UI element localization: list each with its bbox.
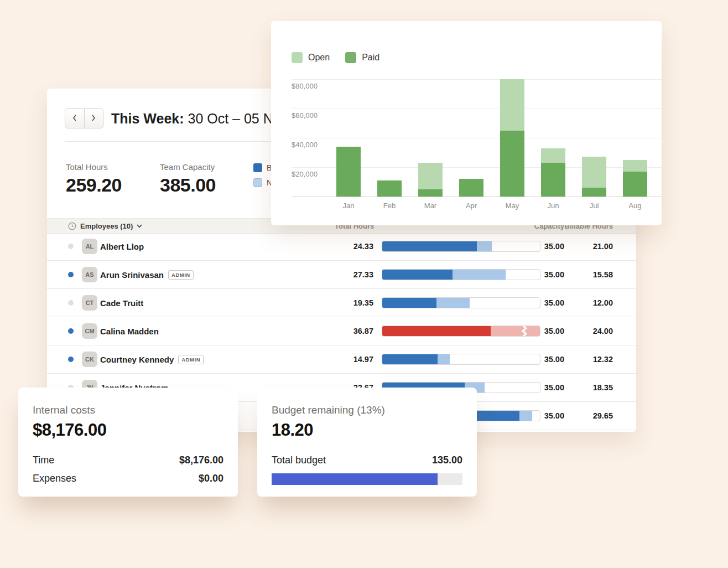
open-segment bbox=[541, 148, 565, 163]
status-dot[interactable] bbox=[68, 328, 74, 334]
avatar: CK bbox=[82, 352, 97, 367]
total-budget-label: Total budget bbox=[272, 455, 326, 466]
employee-name-text: Calina Madden bbox=[100, 327, 159, 336]
time-cost-row: Time $8,176.00 bbox=[33, 455, 223, 466]
status-dot[interactable] bbox=[68, 244, 74, 249]
total-hours-cell: 36.87 bbox=[335, 327, 373, 335]
total-hours-label: Total Hours bbox=[66, 162, 160, 172]
budget-progress-fill bbox=[272, 473, 438, 485]
y-axis-tick-label: $40,000 bbox=[292, 141, 318, 149]
x-axis-month-label: Jul bbox=[582, 202, 606, 210]
billable-hours-cell: 12.00 bbox=[564, 298, 613, 307]
stacked-bar bbox=[459, 179, 483, 197]
billable-dark-segment bbox=[382, 241, 477, 251]
admin-badge: ADMIN bbox=[168, 270, 194, 280]
team-capacity-label: Team Capacity bbox=[160, 162, 254, 172]
invoice-chart-plot: $20,000$40,000$60,000$80,000JanFebMarApr… bbox=[271, 21, 662, 225]
employee-name-text: Albert Llop bbox=[100, 242, 144, 251]
employee-name-text: Arun Srinivasan bbox=[100, 270, 164, 280]
billable-dark-segment bbox=[382, 354, 438, 364]
billable-dark-segment bbox=[382, 326, 491, 336]
table-row[interactable]: CTCade Truitt19.3535.0012.00 bbox=[47, 289, 636, 317]
chart-gridline bbox=[292, 138, 662, 138]
stacked-bar bbox=[623, 160, 647, 197]
table-row[interactable]: CMCalina Madden36.8735.0024.00 bbox=[47, 317, 636, 345]
y-axis-tick-label: $60,000 bbox=[292, 111, 318, 120]
internal-costs-card: Internal costs $8,176.00 Time $8,176.00 … bbox=[18, 388, 238, 497]
budget-remaining-value: 18.20 bbox=[272, 420, 462, 440]
open-segment bbox=[500, 79, 524, 131]
table-row[interactable]: ASArun SrinivasanADMIN27.3335.0015.58 bbox=[47, 261, 636, 289]
x-axis-month-label: Jan bbox=[336, 202, 361, 210]
paid-segment bbox=[459, 179, 483, 197]
hours-bar bbox=[382, 269, 540, 280]
paid-segment bbox=[623, 172, 647, 197]
open-segment bbox=[418, 163, 443, 189]
stacked-bar bbox=[336, 147, 361, 197]
table-row[interactable]: CKCourtney KennedyADMIN14.9735.0012.32 bbox=[47, 345, 636, 374]
total-budget-row: Total budget 135.00 bbox=[272, 455, 462, 466]
summary-stats: Total Hours 259.20 Team Capacity 385.00 bbox=[66, 162, 254, 196]
employee-name-text: Cade Truitt bbox=[100, 298, 143, 308]
employee-name: Cade Truitt bbox=[100, 298, 335, 308]
prev-week-button[interactable] bbox=[65, 109, 85, 128]
employees-group-label: Employees (10) bbox=[80, 222, 133, 230]
x-axis-month-label: May bbox=[500, 202, 524, 210]
x-axis-month-label: Apr bbox=[459, 202, 483, 210]
employee-name: Calina Madden bbox=[100, 327, 335, 336]
chart-gridline bbox=[292, 79, 662, 80]
internal-costs-title: Internal costs bbox=[33, 404, 223, 416]
hours-bar bbox=[382, 326, 540, 337]
internal-costs-total: $8,176.00 bbox=[33, 420, 223, 440]
avatar: CT bbox=[82, 295, 97, 311]
paid-segment bbox=[582, 188, 606, 197]
avatar: AS bbox=[82, 267, 97, 282]
hours-bar-cell bbox=[382, 326, 540, 337]
expenses-cost-row: Expenses $0.00 bbox=[33, 473, 223, 484]
paid-segment bbox=[500, 131, 524, 197]
stacked-bar bbox=[377, 180, 402, 197]
total-hours-value: 259.20 bbox=[66, 174, 160, 196]
paid-segment bbox=[377, 180, 402, 197]
page-title: This Week: 30 Oct – 05 No bbox=[111, 111, 281, 127]
billable-hours-cell: 21.00 bbox=[564, 242, 613, 251]
invoice-chart-card: Open Paid $20,000$40,000$60,000$80,000Ja… bbox=[271, 21, 662, 225]
billable-hours-cell: 15.58 bbox=[564, 270, 613, 279]
stacked-bar bbox=[418, 163, 443, 197]
budget-remaining-title: Budget remaining (13%) bbox=[272, 404, 462, 416]
table-row[interactable]: ALAlbert Llop24.3335.0021.00 bbox=[47, 233, 636, 261]
hours-bar bbox=[382, 354, 540, 365]
y-axis-tick-label: $80,000 bbox=[292, 82, 318, 90]
billable-swatch bbox=[253, 163, 262, 172]
avatar: AL bbox=[82, 239, 97, 254]
paid-segment bbox=[418, 189, 443, 197]
team-capacity-value: 385.00 bbox=[160, 174, 254, 196]
status-dot[interactable] bbox=[68, 272, 74, 277]
x-axis-month-label: Mar bbox=[418, 202, 443, 210]
status-dot[interactable] bbox=[68, 300, 74, 306]
billable-hours-cell: 18.35 bbox=[564, 383, 613, 392]
hours-bar-cell bbox=[382, 297, 540, 308]
total-budget-value: 135.00 bbox=[432, 455, 462, 466]
next-week-button[interactable] bbox=[85, 109, 103, 128]
employee-name: Albert Llop bbox=[100, 242, 335, 251]
open-segment bbox=[582, 157, 606, 188]
x-axis-month-label: Aug bbox=[623, 202, 647, 210]
week-nav bbox=[65, 109, 103, 128]
chevron-down-icon bbox=[137, 224, 142, 228]
clock-icon bbox=[68, 222, 76, 230]
total-hours-cell: 19.35 bbox=[335, 298, 373, 307]
employee-name: Courtney KennedyADMIN bbox=[100, 355, 335, 364]
hours-bar-cell bbox=[382, 269, 540, 280]
billable-hours-cell: 12.32 bbox=[564, 355, 613, 364]
hours-bar bbox=[382, 241, 540, 252]
employee-name-text: Courtney Kennedy bbox=[100, 355, 174, 364]
total-hours-cell: 24.33 bbox=[335, 242, 373, 251]
paid-segment bbox=[541, 163, 565, 197]
billable-hours-cell: 24.00 bbox=[564, 327, 613, 335]
stacked-bar bbox=[582, 157, 606, 197]
budget-progress-track bbox=[272, 473, 462, 485]
time-value: $8,176.00 bbox=[179, 455, 223, 466]
status-dot[interactable] bbox=[68, 357, 74, 362]
stacked-bar bbox=[500, 79, 524, 197]
